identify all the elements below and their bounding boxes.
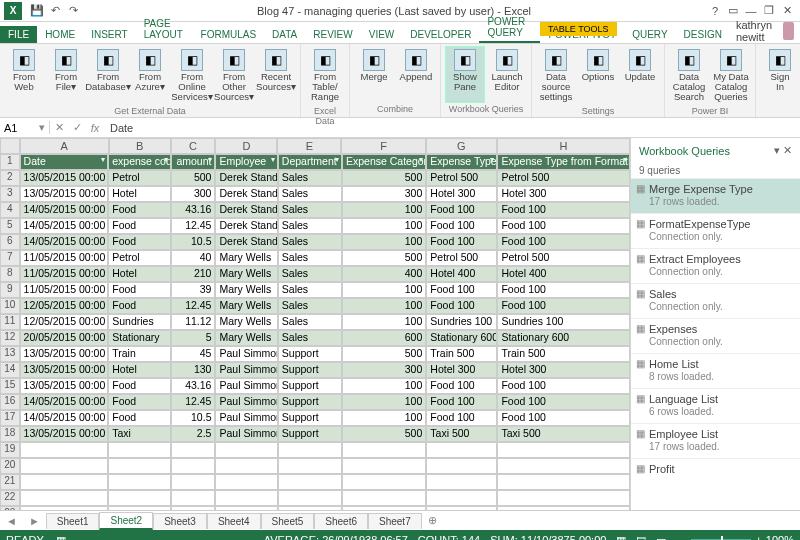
row-header[interactable]: 9 — [0, 282, 20, 298]
show-button[interactable]: ◧Show Pane — [445, 46, 485, 103]
cell[interactable]: 210 — [171, 266, 216, 282]
cell[interactable]: 100 — [342, 202, 426, 218]
cell[interactable]: 500 — [342, 170, 426, 186]
cell[interactable]: Sales — [278, 298, 342, 314]
row-header[interactable]: 22 — [0, 490, 20, 506]
query-item[interactable]: Extract EmployeesConnection only. — [631, 248, 800, 283]
cell[interactable]: 12.45 — [171, 298, 216, 314]
cell[interactable]: Food 100 — [497, 394, 630, 410]
cell[interactable]: Mary Wells — [215, 250, 277, 266]
from-button[interactable]: ◧From Database▾ — [88, 46, 128, 105]
cell[interactable]: Sundries — [108, 314, 170, 330]
cell[interactable]: Taxi — [108, 426, 170, 442]
table-row[interactable]: 1813/05/2015 00:00Taxi2.5Paul SimmonsSup… — [0, 426, 630, 442]
cell[interactable]: Petrol 500 — [426, 250, 497, 266]
cell[interactable]: Hotel 400 — [497, 266, 630, 282]
table-row[interactable]: 1220/05/2015 00:00Stationary5Mary WellsS… — [0, 330, 630, 346]
cell[interactable] — [426, 458, 497, 474]
query-item[interactable]: ExpensesConnection only. — [631, 318, 800, 353]
cell[interactable] — [497, 490, 630, 506]
table-row[interactable]: 19 — [0, 442, 630, 458]
close-icon[interactable]: ✕ — [778, 4, 796, 17]
cell[interactable]: 43.16 — [171, 378, 216, 394]
cell[interactable]: Support — [278, 362, 342, 378]
tab-file[interactable]: FILE — [0, 26, 37, 43]
cell[interactable]: Food 100 — [426, 282, 497, 298]
cell[interactable]: 2.5 — [171, 426, 216, 442]
save-icon[interactable]: 💾 — [30, 4, 44, 17]
cell[interactable]: Stationary 600 — [497, 330, 630, 346]
cell[interactable]: 14/05/2015 00:00 — [20, 218, 109, 234]
tab-data[interactable]: DATA — [264, 26, 305, 43]
cell[interactable]: 100 — [342, 298, 426, 314]
cell[interactable]: expense code — [108, 154, 170, 170]
view-break-icon[interactable]: ▭ — [656, 534, 666, 541]
cell[interactable]: Mary Wells — [215, 314, 277, 330]
from-online-button[interactable]: ◧From Online Services▾ — [172, 46, 212, 105]
cell[interactable]: 43.16 — [171, 202, 216, 218]
table-row[interactable]: 1012/05/2015 00:00Food12.45Mary WellsSal… — [0, 298, 630, 314]
cell[interactable]: 500 — [342, 426, 426, 442]
cell[interactable]: 14/05/2015 00:00 — [20, 234, 109, 250]
cell[interactable]: 500 — [171, 170, 216, 186]
cell[interactable]: 500 — [342, 346, 426, 362]
cell[interactable] — [171, 474, 216, 490]
cell[interactable]: Food 100 — [426, 394, 497, 410]
pane-close-icon[interactable]: ✕ — [783, 144, 792, 156]
cell[interactable]: Train 500 — [426, 346, 497, 362]
data-source-button[interactable]: ◧Data source settings — [536, 46, 576, 105]
name-box[interactable]: A1▾ — [0, 121, 50, 134]
table-row[interactable]: 514/05/2015 00:00Food12.45Derek StandSal… — [0, 218, 630, 234]
cell[interactable]: Derek Stand — [215, 170, 277, 186]
cell[interactable]: Paul Simmons — [215, 426, 277, 442]
cell[interactable]: 12.45 — [171, 394, 216, 410]
cell[interactable]: Food — [108, 378, 170, 394]
cell[interactable]: Paul Simmons — [215, 394, 277, 410]
cell[interactable]: Paul Simmons — [215, 410, 277, 426]
cell[interactable] — [426, 490, 497, 506]
row-header[interactable]: 15 — [0, 378, 20, 394]
cell[interactable]: 13/05/2015 00:00 — [20, 170, 109, 186]
cell[interactable] — [278, 490, 342, 506]
row-header[interactable]: 20 — [0, 458, 20, 474]
col-header-D[interactable]: D — [215, 138, 277, 154]
query-item[interactable]: SalesConnection only. — [631, 283, 800, 318]
sheet-nav-prev-icon[interactable]: ◄ — [0, 515, 23, 527]
cell[interactable]: 100 — [342, 378, 426, 394]
sheet-tab-sheet7[interactable]: Sheet7 — [368, 513, 422, 529]
row-header[interactable]: 2 — [0, 170, 20, 186]
cell[interactable] — [497, 506, 630, 510]
cell[interactable]: 130 — [171, 362, 216, 378]
cell[interactable]: 45 — [171, 346, 216, 362]
table-row[interactable]: 911/05/2015 00:00Food39Mary WellsSales10… — [0, 282, 630, 298]
cell[interactable]: Petrol 500 — [497, 170, 630, 186]
cell[interactable]: Food 100 — [497, 298, 630, 314]
row-header[interactable]: 11 — [0, 314, 20, 330]
cell[interactable]: Stationary 600 — [426, 330, 497, 346]
row-header[interactable]: 5 — [0, 218, 20, 234]
cell[interactable]: Hotel 300 — [497, 362, 630, 378]
table-row[interactable]: 811/05/2015 00:00Hotel210Mary WellsSales… — [0, 266, 630, 282]
cell[interactable]: 100 — [342, 218, 426, 234]
sign-button[interactable]: ◧Sign In — [760, 46, 800, 113]
cell[interactable]: Derek Stand — [215, 218, 277, 234]
pane-pin-icon[interactable]: ▾ — [774, 144, 780, 156]
tab-view[interactable]: VIEW — [361, 26, 403, 43]
col-header-G[interactable]: G — [426, 138, 497, 154]
cell[interactable] — [426, 506, 497, 510]
cell[interactable]: Sundries 100 — [426, 314, 497, 330]
cell[interactable]: Hotel — [108, 266, 170, 282]
table-row[interactable]: 1112/05/2015 00:00Sundries11.12Mary Well… — [0, 314, 630, 330]
from-button[interactable]: ◧From Azure▾ — [130, 46, 170, 105]
from-button[interactable]: ◧From Web — [4, 46, 44, 105]
tab-power-query[interactable]: POWER QUERY — [479, 13, 540, 43]
row-header[interactable]: 21 — [0, 474, 20, 490]
undo-icon[interactable]: ↶ — [48, 4, 62, 17]
cell[interactable]: 14/05/2015 00:00 — [20, 202, 109, 218]
cell[interactable]: 11/05/2015 00:00 — [20, 266, 109, 282]
cell[interactable]: Food 100 — [497, 282, 630, 298]
cell[interactable]: 10.5 — [171, 234, 216, 250]
cell[interactable]: Food 100 — [497, 410, 630, 426]
table-row[interactable]: 313/05/2015 00:00Hotel300Derek StandSale… — [0, 186, 630, 202]
cell[interactable]: 40 — [171, 250, 216, 266]
